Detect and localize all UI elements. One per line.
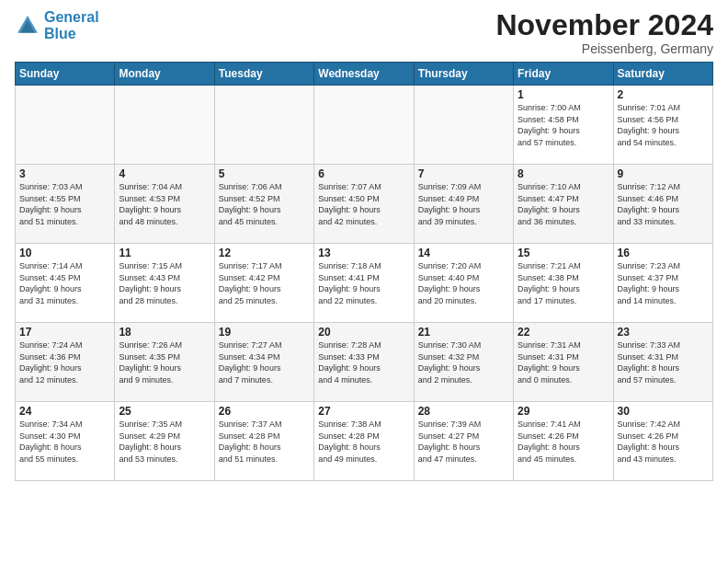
day-info: Sunrise: 7:39 AM Sunset: 4:27 PM Dayligh… <box>418 419 509 465</box>
day-info: Sunrise: 7:41 AM Sunset: 4:26 PM Dayligh… <box>518 419 609 465</box>
day-info: Sunrise: 7:01 AM Sunset: 4:56 PM Dayligh… <box>618 102 709 148</box>
day-number: 25 <box>119 405 210 418</box>
day-number: 17 <box>19 326 110 339</box>
col-tuesday: Tuesday <box>214 63 313 86</box>
day-number: 15 <box>518 247 609 259</box>
day-info: Sunrise: 7:04 AM Sunset: 4:53 PM Dayligh… <box>119 181 210 227</box>
day-number: 20 <box>318 326 409 339</box>
day-info: Sunrise: 7:26 AM Sunset: 4:35 PM Dayligh… <box>119 339 210 385</box>
calendar-cell-w1-d4 <box>314 86 414 165</box>
calendar-cell-w3-d5: 14Sunrise: 7:20 AM Sunset: 4:40 PM Dayli… <box>414 244 513 323</box>
calendar-week-2: 3Sunrise: 7:03 AM Sunset: 4:55 PM Daylig… <box>16 165 713 244</box>
day-info: Sunrise: 7:12 AM Sunset: 4:46 PM Dayligh… <box>618 181 709 227</box>
calendar-cell-w1-d3 <box>214 86 313 165</box>
day-info: Sunrise: 7:00 AM Sunset: 4:58 PM Dayligh… <box>518 102 609 148</box>
day-info: Sunrise: 7:03 AM Sunset: 4:55 PM Dayligh… <box>19 181 110 227</box>
day-number: 11 <box>119 247 210 259</box>
day-info: Sunrise: 7:15 AM Sunset: 4:43 PM Dayligh… <box>119 260 210 306</box>
calendar-cell-w5-d4: 27Sunrise: 7:38 AM Sunset: 4:28 PM Dayli… <box>314 402 414 481</box>
col-friday: Friday <box>514 63 613 86</box>
day-info: Sunrise: 7:18 AM Sunset: 4:41 PM Dayligh… <box>318 260 409 306</box>
calendar-cell-w1-d7: 2Sunrise: 7:01 AM Sunset: 4:56 PM Daylig… <box>613 86 712 165</box>
calendar-cell-w5-d1: 24Sunrise: 7:34 AM Sunset: 4:30 PM Dayli… <box>16 402 115 481</box>
day-number: 9 <box>618 167 709 180</box>
day-info: Sunrise: 7:34 AM Sunset: 4:30 PM Dayligh… <box>19 419 110 465</box>
calendar-cell-w3-d2: 11Sunrise: 7:15 AM Sunset: 4:43 PM Dayli… <box>115 244 214 323</box>
day-number: 7 <box>418 167 509 180</box>
calendar-cell-w1-d5 <box>414 86 513 165</box>
col-saturday: Saturday <box>613 63 712 86</box>
calendar-cell-w3-d1: 10Sunrise: 7:14 AM Sunset: 4:45 PM Dayli… <box>16 244 115 323</box>
day-number: 3 <box>19 167 110 180</box>
calendar-cell-w2-d6: 8Sunrise: 7:10 AM Sunset: 4:47 PM Daylig… <box>514 165 613 244</box>
day-number: 5 <box>219 167 310 180</box>
calendar-cell-w5-d2: 25Sunrise: 7:35 AM Sunset: 4:29 PM Dayli… <box>115 402 214 481</box>
col-wednesday: Wednesday <box>314 63 414 86</box>
day-number: 27 <box>318 405 409 418</box>
calendar-cell-w5-d5: 28Sunrise: 7:39 AM Sunset: 4:27 PM Dayli… <box>414 402 513 481</box>
day-info: Sunrise: 7:10 AM Sunset: 4:47 PM Dayligh… <box>518 181 609 227</box>
col-thursday: Thursday <box>414 63 513 86</box>
day-number: 30 <box>618 405 709 418</box>
day-info: Sunrise: 7:37 AM Sunset: 4:28 PM Dayligh… <box>219 419 310 465</box>
calendar-week-4: 17Sunrise: 7:24 AM Sunset: 4:36 PM Dayli… <box>16 323 713 402</box>
day-info: Sunrise: 7:33 AM Sunset: 4:31 PM Dayligh… <box>618 339 709 385</box>
calendar-week-1: 1Sunrise: 7:00 AM Sunset: 4:58 PM Daylig… <box>16 86 713 165</box>
day-info: Sunrise: 7:38 AM Sunset: 4:28 PM Dayligh… <box>318 419 409 465</box>
calendar-cell-w5-d3: 26Sunrise: 7:37 AM Sunset: 4:28 PM Dayli… <box>214 402 313 481</box>
day-number: 1 <box>518 88 609 101</box>
calendar-cell-w1-d6: 1Sunrise: 7:00 AM Sunset: 4:58 PM Daylig… <box>514 86 613 165</box>
calendar-cell-w4-d1: 17Sunrise: 7:24 AM Sunset: 4:36 PM Dayli… <box>16 323 115 402</box>
day-number: 10 <box>19 247 110 259</box>
calendar-cell-w1-d1 <box>16 86 115 165</box>
day-info: Sunrise: 7:42 AM Sunset: 4:26 PM Dayligh… <box>618 419 709 465</box>
calendar-cell-w3-d3: 12Sunrise: 7:17 AM Sunset: 4:42 PM Dayli… <box>214 244 313 323</box>
calendar-cell-w4-d3: 19Sunrise: 7:27 AM Sunset: 4:34 PM Dayli… <box>214 323 313 402</box>
calendar-week-3: 10Sunrise: 7:14 AM Sunset: 4:45 PM Dayli… <box>16 244 713 323</box>
calendar-cell-w4-d5: 21Sunrise: 7:30 AM Sunset: 4:32 PM Dayli… <box>414 323 513 402</box>
month-title: November 2024 <box>495 9 713 41</box>
calendar-week-5: 24Sunrise: 7:34 AM Sunset: 4:30 PM Dayli… <box>16 402 713 481</box>
day-info: Sunrise: 7:14 AM Sunset: 4:45 PM Dayligh… <box>19 260 110 306</box>
calendar-table: Sunday Monday Tuesday Wednesday Thursday… <box>15 62 713 481</box>
day-number: 8 <box>518 167 609 180</box>
calendar-cell-w4-d7: 23Sunrise: 7:33 AM Sunset: 4:31 PM Dayli… <box>613 323 712 402</box>
calendar-cell-w1-d2 <box>115 86 214 165</box>
day-number: 29 <box>518 405 609 418</box>
day-number: 21 <box>418 326 509 339</box>
location: Peissenberg, Germany <box>495 41 713 56</box>
calendar-cell-w2-d5: 7Sunrise: 7:09 AM Sunset: 4:49 PM Daylig… <box>414 165 513 244</box>
day-info: Sunrise: 7:23 AM Sunset: 4:37 PM Dayligh… <box>618 260 709 306</box>
calendar-cell-w5-d6: 29Sunrise: 7:41 AM Sunset: 4:26 PM Dayli… <box>514 402 613 481</box>
day-info: Sunrise: 7:27 AM Sunset: 4:34 PM Dayligh… <box>219 339 310 385</box>
day-info: Sunrise: 7:21 AM Sunset: 4:38 PM Dayligh… <box>518 260 609 306</box>
day-number: 26 <box>219 405 310 418</box>
calendar-cell-w5-d7: 30Sunrise: 7:42 AM Sunset: 4:26 PM Dayli… <box>613 402 712 481</box>
calendar-cell-w4-d6: 22Sunrise: 7:31 AM Sunset: 4:31 PM Dayli… <box>514 323 613 402</box>
day-number: 18 <box>119 326 210 339</box>
day-info: Sunrise: 7:28 AM Sunset: 4:33 PM Dayligh… <box>318 339 409 385</box>
day-info: Sunrise: 7:17 AM Sunset: 4:42 PM Dayligh… <box>219 260 310 306</box>
title-block: November 2024 Peissenberg, Germany <box>495 9 713 56</box>
day-number: 4 <box>119 167 210 180</box>
day-number: 6 <box>318 167 409 180</box>
day-info: Sunrise: 7:30 AM Sunset: 4:32 PM Dayligh… <box>418 339 509 385</box>
calendar-cell-w3-d4: 13Sunrise: 7:18 AM Sunset: 4:41 PM Dayli… <box>314 244 414 323</box>
day-number: 12 <box>219 247 310 259</box>
logo-icon <box>15 13 40 39</box>
day-number: 13 <box>318 247 409 259</box>
calendar-cell-w2-d4: 6Sunrise: 7:07 AM Sunset: 4:50 PM Daylig… <box>314 165 414 244</box>
header: General Blue November 2024 Peissenberg, … <box>15 9 713 56</box>
day-number: 24 <box>19 405 110 418</box>
logo-text: General Blue <box>44 9 99 41</box>
calendar-header-row: Sunday Monday Tuesday Wednesday Thursday… <box>16 63 713 86</box>
calendar-cell-w2-d7: 9Sunrise: 7:12 AM Sunset: 4:46 PM Daylig… <box>613 165 712 244</box>
day-info: Sunrise: 7:35 AM Sunset: 4:29 PM Dayligh… <box>119 419 210 465</box>
calendar-cell-w2-d2: 4Sunrise: 7:04 AM Sunset: 4:53 PM Daylig… <box>115 165 214 244</box>
day-number: 23 <box>618 326 709 339</box>
day-number: 19 <box>219 326 310 339</box>
calendar-cell-w2-d1: 3Sunrise: 7:03 AM Sunset: 4:55 PM Daylig… <box>16 165 115 244</box>
day-number: 14 <box>418 247 509 259</box>
page-container: General Blue November 2024 Peissenberg, … <box>0 0 728 490</box>
calendar-cell-w2-d3: 5Sunrise: 7:06 AM Sunset: 4:52 PM Daylig… <box>214 165 313 244</box>
